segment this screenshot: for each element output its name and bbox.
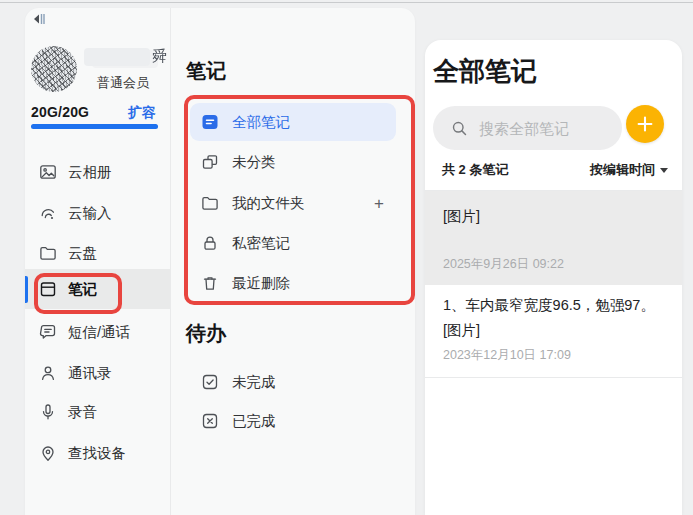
- sidebar-item-label: 录音: [68, 403, 97, 422]
- nav-item-label: 我的文件夹: [232, 194, 305, 213]
- nav-item-uncategorized[interactable]: 未分类: [190, 143, 396, 181]
- note-item[interactable]: [图片] 2025年9月26日 09:22: [425, 191, 682, 285]
- note-date: 2025年9月26日 09:22: [443, 256, 668, 273]
- sidebar-item-label: 通讯录: [68, 364, 112, 383]
- sidebar-item-label: 查找设备: [68, 444, 126, 463]
- todo-item-label: 未完成: [232, 373, 276, 392]
- sidebar-item-label: 笔记: [68, 280, 97, 299]
- nav-item-recently-deleted[interactable]: 最近删除: [190, 264, 396, 302]
- note-title: 1、车内最窄宽度96.5，勉强97。: [443, 296, 668, 315]
- selected-item-indicator: [25, 276, 28, 303]
- todo-unfinished-icon: [200, 372, 220, 392]
- storage-progress-bar: [31, 124, 158, 129]
- sort-dropdown[interactable]: 按编辑时间: [590, 161, 668, 179]
- sidebar-item-find-device[interactable]: 查找设备: [25, 433, 170, 473]
- note-divider: [425, 377, 682, 378]
- note-title: [图片]: [443, 207, 668, 226]
- cloud-input-icon: [38, 203, 58, 223]
- uncategorized-icon: [200, 152, 220, 172]
- avatar[interactable]: [31, 46, 77, 92]
- messages-icon: [38, 322, 58, 342]
- sidebar-item-label: 云相册: [68, 163, 112, 182]
- sidebar-item-sms-calls[interactable]: 短信/通话: [25, 312, 170, 352]
- search-input[interactable]: [477, 119, 611, 138]
- user-name-partial: 舜: [152, 47, 167, 66]
- todo-item-finished[interactable]: 已完成: [190, 402, 396, 440]
- sidebar-item-label: 短信/通话: [68, 323, 130, 342]
- note-count: 共 2 条笔记: [442, 161, 508, 179]
- lock-icon: [200, 233, 220, 253]
- sidebar-item-notes[interactable]: 笔记: [25, 269, 170, 309]
- window-top-border: [0, 2, 693, 3]
- nav-item-label: 私密笔记: [232, 234, 290, 253]
- todo-finished-icon: [200, 411, 220, 431]
- membership-label: 普通会员: [97, 74, 149, 92]
- storage-usage: 20G/20G: [31, 104, 89, 120]
- user-name-redacted: [84, 48, 150, 66]
- search-bar[interactable]: [433, 106, 622, 150]
- sort-label: 按编辑时间: [590, 161, 655, 179]
- sidebar-item-label: 云盘: [68, 244, 97, 263]
- todo-item-label: 已完成: [232, 412, 276, 431]
- todo-section-title: 待办: [186, 320, 226, 347]
- plus-icon: [634, 113, 656, 135]
- nav-item-label: 未分类: [232, 153, 276, 172]
- sidebar-item-label: 云输入: [68, 204, 112, 223]
- new-note-button[interactable]: [626, 105, 664, 143]
- collapse-sidebar-button[interactable]: [30, 10, 50, 28]
- sidebar-item-cloud-drive[interactable]: 云盘: [25, 233, 170, 273]
- search-icon: [450, 119, 469, 138]
- nav-item-private-notes[interactable]: 私密笔记: [190, 224, 396, 262]
- expand-storage-link[interactable]: 扩容: [128, 104, 156, 122]
- find-device-icon: [38, 443, 58, 463]
- note-date: 2023年12月10日 17:09: [443, 347, 668, 364]
- all-notes-icon: [200, 112, 220, 132]
- sidebar-divider: [170, 8, 171, 515]
- contacts-icon: [38, 363, 58, 383]
- nav-item-all-notes[interactable]: 全部笔记: [190, 103, 396, 141]
- cloud-drive-icon: [38, 243, 58, 263]
- recorder-icon: [38, 402, 58, 422]
- note-list-title: 全部笔记: [433, 54, 537, 89]
- nav-item-label: 最近删除: [232, 274, 290, 293]
- folder-icon: [200, 193, 220, 213]
- note-subtitle: [图片]: [443, 321, 668, 340]
- notes-nav-title: 笔记: [186, 58, 226, 85]
- cloud-album-icon: [38, 162, 58, 182]
- todo-item-unfinished[interactable]: 未完成: [190, 363, 396, 401]
- chevron-down-icon: [660, 168, 668, 173]
- note-item[interactable]: 1、车内最窄宽度96.5，勉强97。 [图片] 2023年12月10日 17:0…: [425, 285, 682, 376]
- sidebar-item-cloud-input[interactable]: 云输入: [25, 193, 170, 233]
- sidebar-item-recordings[interactable]: 录音: [25, 392, 170, 432]
- storage-progress-fill: [31, 124, 158, 129]
- sidebar-item-cloud-album[interactable]: 云相册: [25, 152, 170, 192]
- collapse-sidebar-icon: [30, 10, 50, 28]
- notes-icon: [38, 279, 58, 299]
- nav-item-my-folder[interactable]: 我的文件夹 +: [190, 184, 396, 222]
- nav-item-label: 全部笔记: [232, 113, 290, 132]
- sidebar-item-contacts[interactable]: 通讯录: [25, 353, 170, 393]
- trash-icon: [200, 273, 220, 293]
- add-folder-button[interactable]: +: [374, 195, 384, 212]
